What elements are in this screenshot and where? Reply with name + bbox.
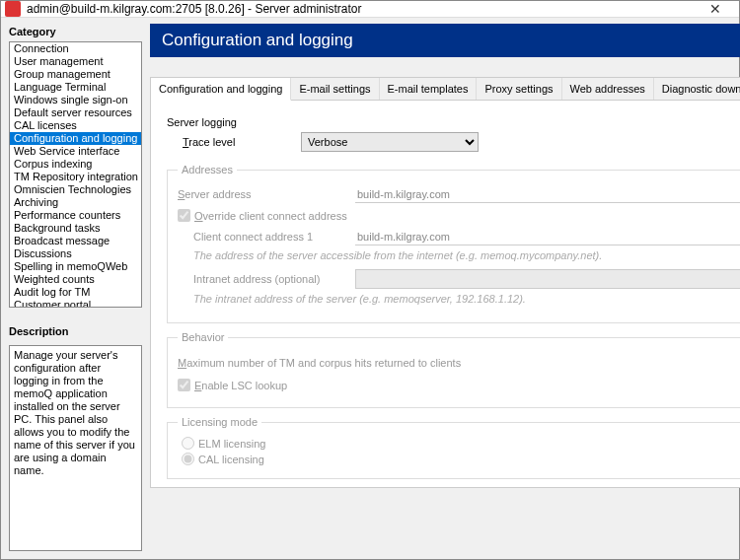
trace-level-select[interactable]: Verbose — [301, 132, 479, 152]
override-label: Override client connect address — [194, 210, 347, 222]
window-title: admin@build-m.kilgray.com:2705 [8.0.26] … — [27, 2, 696, 16]
tabs-container: Configuration and loggingE-mail settings… — [150, 77, 740, 488]
category-item[interactable]: Default server resources — [10, 106, 141, 119]
titlebar: admin@build-m.kilgray.com:2705 [8.0.26] … — [1, 1, 739, 18]
licensing-legend: Licensing mode — [178, 416, 261, 428]
licensing-group: Licensing mode ELM licensing CAL licensi… — [167, 416, 740, 479]
intranet-address-label: Intranet address (optional) — [193, 273, 355, 285]
tab[interactable]: Web addresses — [562, 78, 654, 100]
max-hits-label: Maximum number of TM and corpus hits ret… — [178, 357, 740, 369]
elm-label: ELM licensing — [198, 438, 265, 450]
app-icon — [5, 1, 21, 17]
server-logging-group: Server logging Trace level Verbose — [167, 116, 740, 156]
trace-level-label: Trace level — [183, 136, 301, 148]
description-label: Description — [9, 323, 142, 339]
category-item[interactable]: Broadcast message — [10, 235, 141, 247]
category-item[interactable]: User management — [10, 55, 141, 68]
category-item[interactable]: Discussions — [10, 247, 141, 260]
description-box: Manage your server's configuration after… — [9, 345, 142, 551]
server-address-field — [355, 185, 740, 203]
override-checkbox — [178, 209, 190, 222]
tab[interactable]: Diagnostic downloads — [654, 78, 740, 100]
category-item[interactable]: Configuration and logging — [10, 132, 141, 145]
server-admin-window: admin@build-m.kilgray.com:2705 [8.0.26] … — [0, 0, 740, 560]
server-logging-legend: Server logging — [167, 116, 740, 128]
enable-lsc-checkbox — [178, 379, 190, 391]
client-address-field — [355, 228, 740, 245]
client-address-help: The address of the server accessible fro… — [193, 249, 740, 261]
enable-lsc-label: Enable LSC lookup — [194, 380, 287, 391]
category-item[interactable]: Spelling in memoQWeb — [10, 260, 141, 273]
category-item[interactable]: TM Repository integration — [10, 171, 141, 183]
cal-radio — [182, 453, 194, 465]
close-icon[interactable]: ✕ — [696, 1, 735, 17]
category-item[interactable]: Background tasks — [10, 222, 141, 235]
page-title: Configuration and logging — [150, 24, 740, 57]
category-item[interactable]: Windows single sign-on — [10, 94, 141, 106]
tab[interactable]: Proxy settings — [477, 78, 561, 100]
addresses-legend: Addresses — [178, 164, 237, 175]
tabs-row: Configuration and loggingE-mail settings… — [151, 78, 740, 101]
behavior-legend: Behavior — [178, 331, 228, 343]
category-item[interactable]: Group management — [10, 68, 141, 81]
category-label: Category — [9, 24, 142, 39]
elm-radio — [182, 437, 194, 450]
tab[interactable]: E-mail settings — [291, 78, 379, 100]
category-item[interactable]: Performance counters — [10, 209, 141, 222]
category-item[interactable]: Web Service interface — [10, 145, 141, 158]
category-item[interactable]: Language Terminal — [10, 81, 141, 94]
category-item[interactable]: Customer portal — [10, 299, 141, 308]
right-panel: Configuration and logging Configuration … — [150, 24, 740, 551]
intranet-address-help: The intranet address of the server (e.g.… — [193, 293, 740, 305]
category-item[interactable]: Connection — [10, 42, 141, 55]
category-item[interactable]: Omniscien Technologies — [10, 183, 141, 196]
tab[interactable]: E-mail templates — [380, 78, 478, 100]
category-item[interactable]: Archiving — [10, 196, 141, 209]
intranet-address-field — [355, 269, 740, 289]
client-address-label: Client connect address 1 — [193, 231, 355, 243]
category-list[interactable]: ConnectionUser managementGroup managemen… — [9, 41, 142, 308]
category-item[interactable]: Audit log for TM — [10, 286, 141, 299]
left-panel: Category ConnectionUser managementGroup … — [9, 24, 142, 551]
tab-body: Server logging Trace level Verbose Addre… — [151, 101, 740, 487]
category-item[interactable]: Weighted counts — [10, 273, 141, 286]
category-item[interactable]: Corpus indexing — [10, 158, 141, 171]
category-item[interactable]: CAL licenses — [10, 119, 141, 132]
tab[interactable]: Configuration and logging — [151, 78, 291, 101]
cal-label: CAL licensing — [198, 454, 264, 465]
addresses-group: Addresses Server address Override client… — [167, 164, 740, 323]
server-address-label: Server address — [178, 188, 355, 200]
behavior-group: Behavior Maximum number of TM and corpus… — [167, 331, 740, 408]
